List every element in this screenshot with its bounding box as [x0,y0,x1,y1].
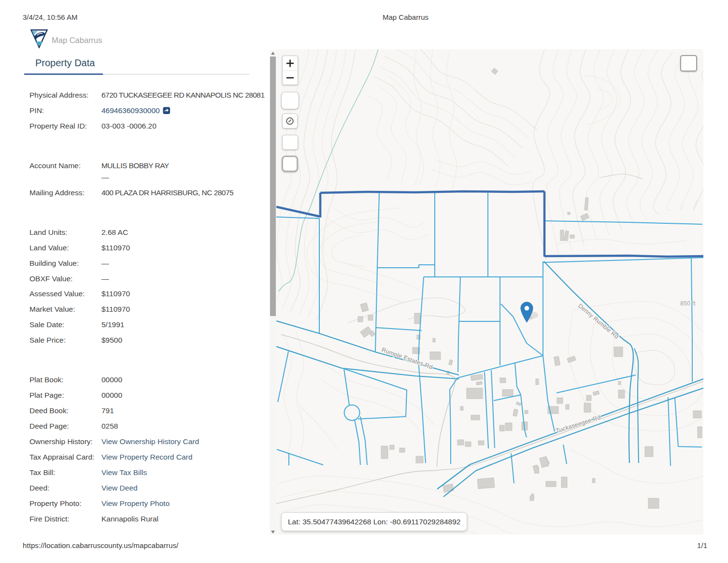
svg-text:850 ft: 850 ft [680,300,696,307]
